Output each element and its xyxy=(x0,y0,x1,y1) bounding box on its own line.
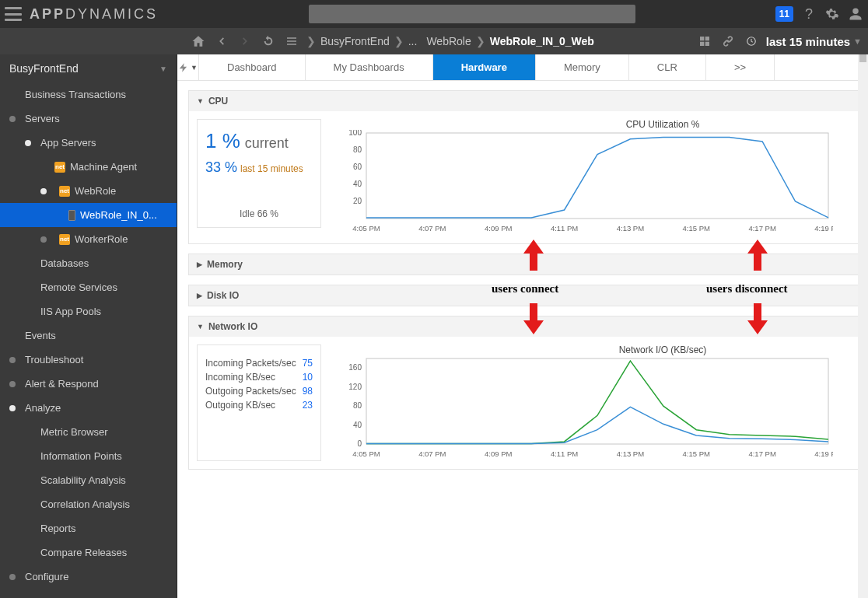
svg-text:4:13 PM: 4:13 PM xyxy=(617,449,644,458)
svg-text:4:11 PM: 4:11 PM xyxy=(551,224,578,233)
home-icon[interactable] xyxy=(190,33,207,50)
svg-text:20: 20 xyxy=(353,197,362,205)
brand-suffix: DYNAMICS xyxy=(65,6,158,22)
notification-badge[interactable]: 11 xyxy=(775,6,793,22)
sidebar-item-alert[interactable]: Alert & Respond xyxy=(0,372,177,396)
chevron-down-icon: ▼ xyxy=(853,37,862,46)
chevron-down-icon: ▼ xyxy=(159,65,167,73)
svg-text:80: 80 xyxy=(353,401,362,410)
sidebar-item-appservers[interactable]: App Servers xyxy=(0,131,177,155)
svg-text:4:11 PM: 4:11 PM xyxy=(551,449,578,458)
dotnet-icon: net xyxy=(59,186,70,197)
app-selector-label: BusyFrontEnd xyxy=(9,62,79,75)
tab-memory[interactable]: Memory xyxy=(536,54,629,80)
panel-network-header[interactable]: ▼Network IO xyxy=(189,316,868,337)
sidebar-item-troubleshoot[interactable]: Troubleshoot xyxy=(0,348,177,372)
forward-icon[interactable] xyxy=(236,33,254,50)
svg-text:60: 60 xyxy=(353,163,362,171)
svg-text:100: 100 xyxy=(348,130,362,137)
gear-icon[interactable] xyxy=(824,6,840,22)
user-icon[interactable] xyxy=(848,6,863,22)
sidebar-item-reports[interactable]: Reports xyxy=(0,516,177,540)
back-icon[interactable] xyxy=(213,33,230,50)
svg-text:120: 120 xyxy=(348,383,362,391)
sidebar-item-databases[interactable]: Databases xyxy=(0,251,177,275)
sidebar-item-servers[interactable]: Servers xyxy=(0,107,177,131)
in-kb-label: Incoming KB/sec xyxy=(205,372,275,383)
sidebar-item-scalability[interactable]: Scalability Analysis xyxy=(0,468,177,492)
sidebar-item-biztx[interactable]: Business Transactions xyxy=(0,82,177,107)
panel-network: ▼Network IO Incoming Packets/sec75 Incom… xyxy=(188,316,868,470)
svg-text:40: 40 xyxy=(353,421,362,429)
breadcrumb-bar: ❯ BusyFrontEnd ❯ ... WebRole ❯ WebRole_I… xyxy=(0,28,868,54)
cpu-idle: Idle 66 % xyxy=(198,208,320,219)
sidebar-item-webrole[interactable]: netWebRole xyxy=(0,179,177,203)
help-icon[interactable]: ? xyxy=(801,6,817,22)
link-icon[interactable] xyxy=(719,33,737,50)
svg-text:4:13 PM: 4:13 PM xyxy=(617,224,644,233)
panel-cpu: ▼CPU 1 %current 33 %last 15 minutes Idle… xyxy=(188,90,868,244)
sidebar-item-webrole-in0[interactable]: WebRole_IN_0... xyxy=(0,203,177,227)
svg-text:40: 40 xyxy=(353,180,362,188)
out-kb-value: 23 xyxy=(303,400,313,411)
sidebar-item-events[interactable]: Events xyxy=(0,323,177,348)
sidebar-item-compare[interactable]: Compare Releases xyxy=(0,540,177,565)
tab-mydashboards[interactable]: My Dashboards xyxy=(306,54,433,80)
crumb-app[interactable]: BusyFrontEnd xyxy=(320,35,390,47)
search-input[interactable] xyxy=(309,5,635,23)
dotnet-icon: net xyxy=(59,234,70,245)
tab-dashboard[interactable]: Dashboard xyxy=(199,54,306,80)
svg-text:4:17 PM: 4:17 PM xyxy=(748,449,775,458)
panel-diskio-header[interactable]: ▶Disk IO xyxy=(189,285,868,306)
cpu-avg-label: last 15 minutes xyxy=(240,163,303,174)
sidebar-item-metricbrowser[interactable]: Metric Browser xyxy=(0,420,177,444)
sidebar-item-remotesvcs[interactable]: Remote Services xyxy=(0,275,177,299)
cpu-chart: CPU Utilization % 204060801004:05 PM4:07… xyxy=(335,119,868,236)
clock-icon xyxy=(743,33,760,50)
dotnet-icon: net xyxy=(54,162,65,173)
brand-logo: APPDYNAMICS xyxy=(30,6,158,23)
sidebar-item-infopoints[interactable]: Information Points xyxy=(0,444,177,468)
svg-text:4:09 PM: 4:09 PM xyxy=(485,449,512,458)
sidebar-item-iispools[interactable]: IIS App Pools xyxy=(0,299,177,323)
svg-text:4:15 PM: 4:15 PM xyxy=(683,449,710,458)
tab-clr[interactable]: CLR xyxy=(629,54,706,80)
svg-rect-20 xyxy=(366,358,828,444)
out-packets-label: Outgoing Packets/sec xyxy=(205,386,296,397)
cpu-current-label: current xyxy=(245,135,289,151)
refresh-icon[interactable] xyxy=(260,33,277,50)
sidebar-item-analyze[interactable]: Analyze xyxy=(0,396,177,420)
menu-icon[interactable] xyxy=(5,7,22,21)
cpu-avg-pct: 33 % xyxy=(205,159,237,175)
in-kb-value: 10 xyxy=(303,372,313,383)
panel-memory-header[interactable]: ▶Memory xyxy=(189,254,868,275)
panel-cpu-header[interactable]: ▼CPU xyxy=(189,91,868,111)
network-chart: Network I/O (KB/sec) 040801201604:05 PM4… xyxy=(335,344,868,461)
svg-text:0: 0 xyxy=(357,439,362,448)
crumb-ellipsis[interactable]: ... xyxy=(408,35,418,47)
crumb-leaf: WebRole_IN_0_Web xyxy=(490,35,594,47)
cpu-stat-box: 1 %current 33 %last 15 minutes Idle 66 % xyxy=(197,119,321,228)
crumb-role[interactable]: WebRole xyxy=(426,35,471,47)
sidebar-item-configure[interactable]: Configure xyxy=(0,565,177,589)
cpu-chart-title: CPU Utilization % xyxy=(626,119,700,130)
out-kb-label: Outgoing KB/sec xyxy=(205,400,275,411)
tab-hardware[interactable]: Hardware xyxy=(433,54,536,80)
svg-text:4:19 PM: 4:19 PM xyxy=(814,449,833,458)
list-icon[interactable] xyxy=(283,33,300,50)
topbar: APPDYNAMICS 11 ? xyxy=(0,0,868,28)
sidebar-item-workerrole[interactable]: netWorkerRole xyxy=(0,227,177,251)
sidebar-item-correlation[interactable]: Correlation Analysis xyxy=(0,492,177,516)
app-selector[interactable]: BusyFrontEnd ▼ xyxy=(0,54,177,82)
svg-rect-6 xyxy=(366,133,828,219)
svg-text:4:05 PM: 4:05 PM xyxy=(352,449,380,458)
network-chart-title: Network I/O (KB/sec) xyxy=(619,344,707,355)
grid-icon[interactable] xyxy=(696,33,713,50)
svg-text:160: 160 xyxy=(348,363,362,372)
tab-more[interactable]: >> xyxy=(706,54,775,80)
timerange-select[interactable]: last 15 minutes ▼ xyxy=(766,35,862,48)
lightning-icon[interactable]: ▼ xyxy=(177,54,199,80)
sidebar-item-machineagent[interactable]: netMachine Agent xyxy=(0,155,177,179)
breadcrumb: ❯ BusyFrontEnd ❯ ... WebRole ❯ WebRole_I… xyxy=(306,35,594,47)
svg-text:4:07 PM: 4:07 PM xyxy=(418,449,446,458)
